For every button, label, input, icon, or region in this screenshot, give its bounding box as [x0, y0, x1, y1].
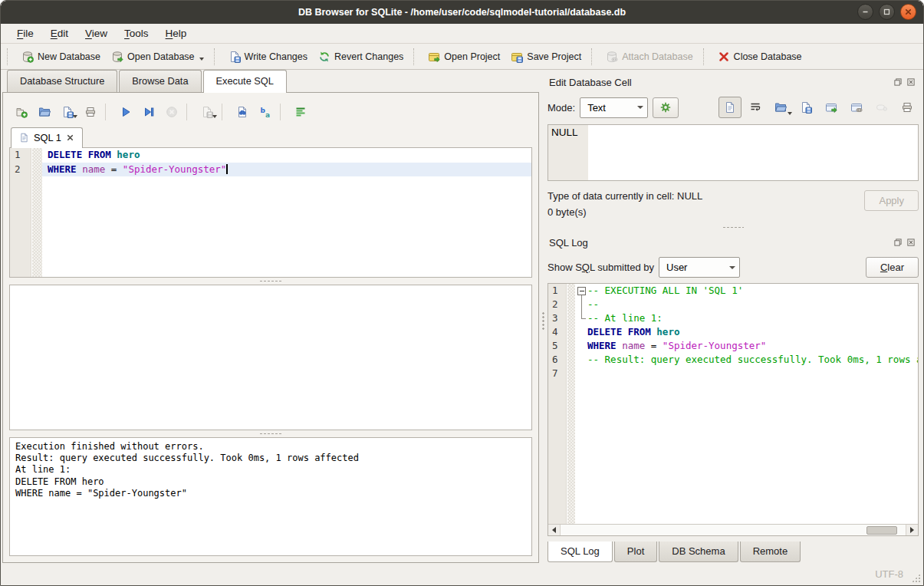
submitted-by-select[interactable]: User — [659, 257, 740, 278]
clear-button[interactable]: Clear — [866, 257, 919, 278]
token: -- — [587, 298, 599, 310]
float-panel-icon[interactable] — [893, 77, 903, 87]
sql-doc-tab[interactable]: SQL 1 — [11, 127, 83, 148]
fold-column — [575, 325, 587, 339]
auto-switch-mode-button[interactable] — [653, 97, 679, 118]
print-button[interactable] — [80, 102, 101, 122]
chevron-down-icon — [788, 112, 792, 115]
save-sql-file-button[interactable] — [57, 102, 78, 122]
sql-doc-tab-bar: SQL 1 — [9, 125, 532, 148]
cell-value-editor[interactable]: NULL — [547, 124, 919, 181]
chevron-down-icon — [212, 115, 217, 118]
link-icon — [850, 101, 863, 114]
dock-splitter[interactable] — [547, 222, 919, 232]
toolbar-button-label: Attach Database — [622, 51, 692, 62]
editor-results-splitter[interactable] — [9, 278, 532, 285]
fold-elbow-icon[interactable] — [575, 311, 587, 325]
results-message-splitter[interactable] — [9, 430, 532, 437]
find-icon — [236, 106, 248, 118]
token: "Spider-Youngster" — [123, 163, 226, 175]
link-button[interactable] — [845, 97, 868, 118]
print-cell-button[interactable] — [896, 97, 919, 118]
code-text: DELETE FROM hero — [587, 325, 918, 339]
open-in-external-button[interactable] — [820, 97, 843, 118]
float-panel-icon[interactable] — [893, 238, 903, 247]
line-number: 1 — [10, 148, 31, 163]
find-replace-icon: ba — [259, 106, 271, 118]
format-sql-icon — [294, 106, 307, 118]
chevron-down-icon — [725, 258, 739, 277]
tab-execute-sql[interactable]: Execute SQL — [203, 70, 287, 93]
minimize-button[interactable] — [857, 4, 873, 20]
menu-help[interactable]: Help — [157, 25, 196, 41]
maximize-button[interactable] — [879, 4, 895, 20]
save-project-button[interactable]: Save Project — [505, 47, 587, 67]
dock-tab-plot[interactable]: Plot — [614, 542, 657, 562]
submitted-by-value: User — [659, 262, 725, 273]
editor-line[interactable]: 2WHERE name = "Spider-Youngster" — [10, 163, 531, 177]
format-sql-button[interactable] — [290, 102, 311, 122]
editor-line[interactable]: 1DELETE FROM hero — [10, 148, 531, 163]
code-text: -- — [587, 298, 918, 311]
new-database-button[interactable]: New Database — [16, 47, 106, 67]
fold-line-icon[interactable] — [575, 298, 587, 311]
log-line: 3-- At line 1: — [548, 311, 918, 325]
mode-select[interactable]: Text — [580, 97, 648, 118]
token — [622, 326, 628, 337]
dock-tab-remote[interactable]: Remote — [740, 542, 801, 562]
close-database-button[interactable]: Close Database — [712, 47, 807, 67]
word-wrap-button[interactable] — [744, 97, 767, 118]
open-project-button[interactable]: Open Project — [423, 47, 505, 67]
menu-tools[interactable]: Tools — [116, 25, 157, 41]
close-button[interactable] — [900, 4, 916, 20]
sql-editor[interactable]: 1DELETE FROM hero2WHERE name = "Spider-Y… — [9, 147, 532, 278]
close-panel-icon[interactable] — [906, 77, 916, 87]
import-data-button[interactable] — [769, 97, 792, 118]
editor-text[interactable]: 1DELETE FROM hero2WHERE name = "Spider-Y… — [10, 148, 531, 176]
menu-file[interactable]: File — [8, 25, 42, 41]
write-changes-button[interactable]: Write Changes — [223, 47, 313, 67]
stop-icon — [166, 106, 178, 118]
scroll-left-button[interactable] — [548, 525, 561, 535]
cell-value-text: NULL — [551, 127, 578, 138]
tab-database-structure[interactable]: Database Structure — [7, 70, 117, 92]
open-database-button[interactable]: Open Database — [106, 47, 209, 67]
find-button[interactable] — [232, 102, 253, 122]
close-panel-icon[interactable] — [906, 238, 916, 247]
export-data-button[interactable] — [794, 97, 817, 118]
execute-all-button[interactable] — [115, 102, 136, 122]
sql-editor-toolbar: ba — [9, 99, 532, 125]
edit-cell-title-label: Edit Database Cell — [549, 77, 632, 88]
apply-button[interactable]: Apply — [864, 190, 919, 211]
resize-grip-icon[interactable] — [911, 573, 921, 583]
dock-tab-sql-log[interactable]: SQL Log — [547, 542, 613, 562]
scrollbar-thumb[interactable] — [866, 526, 898, 535]
find-replace-button[interactable]: ba — [255, 102, 276, 122]
open-sql-file-button[interactable] — [34, 102, 55, 122]
fold-collapse-icon[interactable] — [575, 284, 587, 298]
text-mode-button[interactable] — [718, 97, 742, 118]
toolbar-button-label: Close Database — [734, 51, 802, 62]
scroll-right-button[interactable] — [906, 525, 918, 535]
menu-edit[interactable]: Edit — [42, 25, 77, 41]
message-line: At line 1: — [15, 464, 526, 476]
new-database-icon — [21, 51, 34, 63]
export-results-button — [196, 102, 218, 122]
encoding-indicator[interactable]: UTF-8 — [875, 568, 903, 580]
menu-view[interactable]: View — [77, 25, 116, 41]
log-horizontal-scrollbar[interactable] — [548, 524, 918, 535]
toolbar-handle — [7, 48, 11, 65]
close-tab-icon[interactable] — [66, 133, 74, 142]
open-sql-tab-button[interactable] — [11, 102, 32, 122]
set-null-button — [870, 97, 893, 118]
revert-changes-button[interactable]: Revert Changes — [313, 47, 409, 67]
line-number: 5 — [548, 339, 567, 353]
execute-line-button[interactable] — [138, 102, 159, 122]
dock-tab-db-schema[interactable]: DB Schema — [659, 542, 738, 562]
execute-all-icon — [120, 106, 132, 118]
token: -- At line 1: — [587, 312, 663, 324]
tab-browse-data[interactable]: Browse Data — [119, 70, 201, 92]
main-vertical-splitter[interactable] — [541, 70, 546, 563]
code-text — [587, 367, 918, 380]
sql-log-view[interactable]: 1-- EXECUTING ALL IN 'SQL 1'2--3-- At li… — [547, 283, 919, 536]
